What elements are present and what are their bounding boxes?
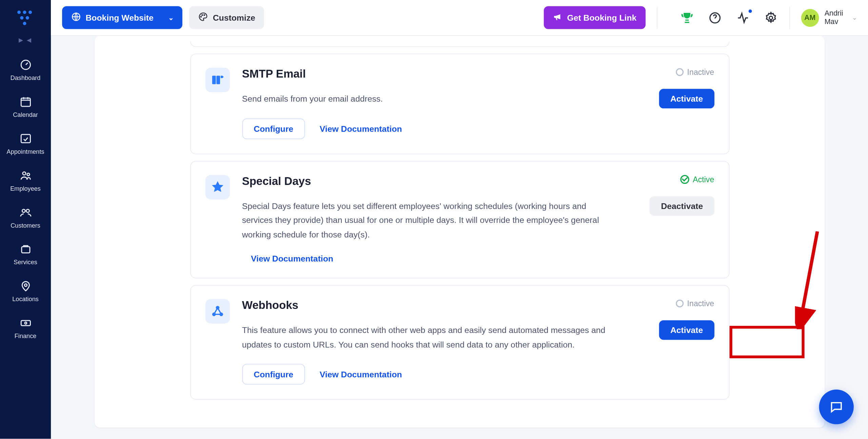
button-label: Booking Website <box>85 13 153 22</box>
sidebar-item-locations[interactable]: Locations <box>0 274 51 308</box>
avatar: AM <box>801 9 819 27</box>
svg-point-1 <box>23 11 26 14</box>
help-icon[interactable] <box>708 11 722 25</box>
gear-icon[interactable] <box>764 11 778 25</box>
svg-point-20 <box>204 15 205 15</box>
divider <box>657 6 657 29</box>
sidebar-item-services[interactable]: Services <box>0 237 51 271</box>
svg-rect-8 <box>21 134 30 143</box>
svg-point-10 <box>27 173 29 176</box>
circle-icon <box>676 299 684 307</box>
deactivate-button[interactable]: Deactivate <box>650 196 714 215</box>
trophy-icon[interactable] <box>679 11 694 25</box>
megaphone-icon <box>553 12 563 24</box>
get-booking-link-button[interactable]: Get Booking Link <box>544 6 646 29</box>
chat-fab[interactable] <box>819 390 854 424</box>
sidebar-item-label: Services <box>14 259 37 266</box>
sidebar-item-calendar[interactable]: Calendar <box>0 90 51 124</box>
webhook-icon <box>205 299 230 324</box>
svg-rect-23 <box>212 76 216 84</box>
svg-point-14 <box>24 284 27 287</box>
sidebar-item-label: Employees <box>10 185 41 192</box>
svg-point-19 <box>202 15 203 15</box>
status-badge: Inactive <box>676 68 714 77</box>
check-circle-icon <box>680 175 689 184</box>
user-menu[interactable]: AM Andrii Mav ⌄ <box>801 9 857 27</box>
sidebar-item-label: Customers <box>11 222 40 229</box>
chevron-down-icon: ⌄ <box>852 14 857 21</box>
calendar-icon <box>19 96 32 108</box>
card-title: SMTP Email <box>242 68 306 81</box>
svg-point-22 <box>769 16 772 19</box>
svg-rect-13 <box>21 247 29 253</box>
app-logo[interactable] <box>14 9 37 31</box>
svg-point-11 <box>22 209 25 212</box>
sidebar-item-label: Calendar <box>13 111 38 118</box>
previous-card-edge <box>190 41 729 47</box>
sidebar-item-label: Appointments <box>7 148 44 155</box>
sidebar-item-appointments[interactable]: Appointments <box>0 127 51 161</box>
sidebar-item-label: Locations <box>12 296 39 302</box>
button-label: Get Booking Link <box>567 13 636 22</box>
sidebar-item-employees[interactable]: Employees <box>0 164 51 197</box>
status-text: Inactive <box>687 299 714 308</box>
chevron-down-icon: ⌄ <box>168 14 174 21</box>
feature-card-smtp-email: SMTP Email Inactive Activate Send emails… <box>190 54 729 154</box>
card-description: Send emails from your email address. <box>242 92 617 106</box>
status-text: Active <box>693 175 714 184</box>
customize-button[interactable]: Customize <box>189 6 264 29</box>
smtp-icon <box>205 68 230 92</box>
activate-button[interactable]: Activate <box>659 89 714 108</box>
configure-button[interactable]: Configure <box>242 364 305 384</box>
notification-dot <box>748 9 752 13</box>
avatar-initials: AM <box>804 14 815 22</box>
svg-point-0 <box>17 11 20 14</box>
status-badge: Inactive <box>676 299 714 308</box>
svg-rect-24 <box>216 76 220 84</box>
activate-button[interactable]: Activate <box>659 320 714 340</box>
card-description: Special Days feature lets you set differ… <box>242 199 617 242</box>
feature-card-webhooks: Webhooks Inactive Activate This feature … <box>190 285 729 400</box>
sidebar-collapse-toggle[interactable]: ▶ ◀ <box>19 37 33 43</box>
globe-icon <box>71 12 81 24</box>
svg-rect-15 <box>21 320 30 326</box>
user-name: Andrii Mav <box>825 9 843 26</box>
money-icon <box>19 317 32 329</box>
view-docs-link[interactable]: View Documentation <box>320 124 402 133</box>
divider <box>789 6 790 29</box>
sidebar: ▶ ◀ Dashboard Calendar Appointments Empl… <box>0 0 51 439</box>
svg-point-16 <box>24 322 26 324</box>
svg-point-9 <box>22 172 25 175</box>
pin-icon <box>19 280 32 292</box>
svg-point-4 <box>25 16 29 20</box>
sidebar-item-dashboard[interactable]: Dashboard <box>0 53 51 87</box>
employees-icon <box>19 169 32 182</box>
circle-icon <box>676 68 684 76</box>
palette-icon <box>198 12 209 24</box>
svg-point-18 <box>201 16 201 17</box>
card-title: Webhooks <box>242 299 298 312</box>
topbar: Booking Website ⌄ Customize Get Booking … <box>51 0 868 36</box>
user-name-line2: Mav <box>825 18 843 26</box>
feature-card-special-days: Special Days Active Deactivate Special D… <box>190 161 729 278</box>
activity-icon[interactable] <box>735 11 750 25</box>
card-description: This feature allows you to connect with … <box>242 323 617 352</box>
configure-button[interactable]: Configure <box>242 118 305 139</box>
view-docs-link[interactable]: View Documentation <box>320 370 402 379</box>
features-panel: SMTP Email Inactive Activate Send emails… <box>95 36 825 428</box>
svg-point-5 <box>23 22 26 25</box>
svg-point-3 <box>20 16 23 20</box>
sidebar-item-label: Dashboard <box>11 74 41 81</box>
sidebar-item-customers[interactable]: Customers <box>0 201 51 234</box>
view-docs-link[interactable]: View Documentation <box>251 254 333 263</box>
card-title: Special Days <box>242 175 311 188</box>
user-name-line1: Andrii <box>825 9 843 18</box>
sidebar-item-finance[interactable]: Finance <box>0 311 51 345</box>
sidebar-item-label: Finance <box>15 333 37 339</box>
svg-rect-7 <box>21 98 30 106</box>
booking-website-dropdown[interactable]: Booking Website ⌄ <box>62 6 182 29</box>
svg-point-26 <box>213 313 215 315</box>
content-area: SMTP Email Inactive Activate Send emails… <box>51 36 868 439</box>
button-label: Customize <box>213 13 255 22</box>
gauge-icon <box>19 59 32 71</box>
